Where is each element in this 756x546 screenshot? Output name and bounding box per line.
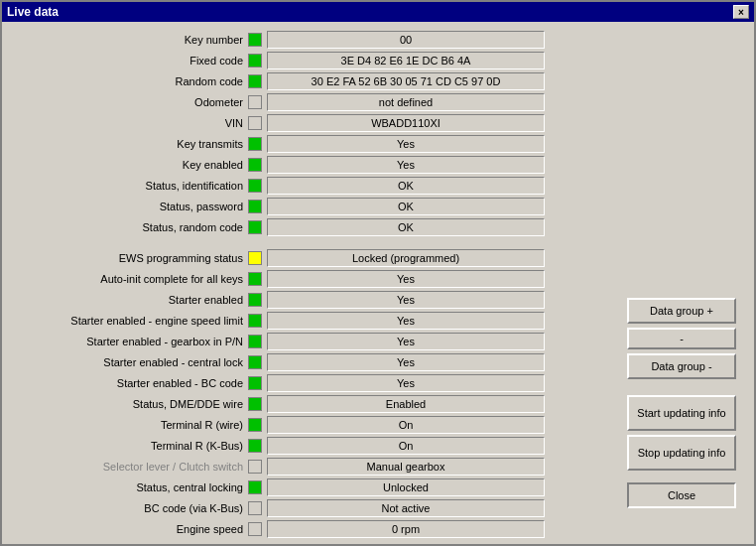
row-label: Status, random code: [10, 221, 248, 233]
status-indicator: [248, 355, 262, 369]
status-indicator: [248, 137, 262, 151]
status-indicator: [248, 251, 262, 265]
row-label: Random code: [10, 75, 248, 87]
row-value: Yes: [267, 135, 545, 153]
row-value: 00: [267, 31, 545, 49]
row-label: Fixed code: [10, 55, 248, 67]
table-row: Starter enabled - engine speed limitYes: [10, 311, 619, 331]
status-indicator: [248, 418, 262, 432]
row-value: OK: [267, 177, 545, 195]
row-label: Status, identification: [10, 180, 248, 192]
row-value: Yes: [267, 156, 545, 174]
status-indicator: [248, 158, 262, 172]
row-label: Starter enabled - BC code: [10, 377, 248, 389]
status-indicator: [248, 335, 262, 348]
row-label: Status, DME/DDE wire: [10, 398, 248, 410]
row-value: Yes: [267, 270, 545, 288]
table-row: VINWBADD110XI: [10, 113, 619, 133]
row-value: OK: [267, 198, 545, 215]
row-value: Unlocked: [267, 478, 545, 496]
row-value: Not active: [267, 499, 545, 517]
window-title: Live data: [7, 5, 59, 19]
row-label: Status, password: [10, 201, 248, 212]
close-icon[interactable]: ×: [733, 5, 749, 19]
row-label: EWS programming status: [10, 252, 248, 264]
stop-updating-button[interactable]: Stop updating info: [627, 435, 736, 471]
dash-button[interactable]: -: [627, 328, 736, 349]
data-group-plus-button[interactable]: Data group +: [627, 298, 736, 324]
status-indicator: [248, 501, 262, 515]
row-label: Key transmits: [10, 138, 248, 150]
sidebar: Data group + - Data group - Start updati…: [627, 30, 746, 540]
row-value: On: [267, 416, 545, 434]
close-button[interactable]: Close: [627, 482, 736, 508]
row-label: Odometer: [10, 96, 248, 108]
row-value: Yes: [267, 312, 545, 330]
status-indicator: [248, 272, 262, 286]
table-row: Starter enabledYes: [10, 290, 619, 310]
data-group-minus-button[interactable]: Data group -: [627, 353, 736, 379]
row-value: Yes: [267, 333, 545, 350]
table-row: Engine speed0 rpm: [10, 519, 619, 539]
row-value: WBADD110XI: [267, 114, 545, 132]
row-label: Auto-init complete for all keys: [10, 273, 248, 285]
table-row: Status, passwordOK: [10, 197, 619, 216]
row-label: Selector lever / Clutch switch: [10, 461, 248, 473]
table-row: Status, DME/DDE wireEnabled: [10, 394, 619, 414]
table-row: Selector lever / Clutch switchManual gea…: [10, 457, 619, 477]
table-row: Key number00: [10, 30, 619, 50]
status-indicator: [248, 480, 262, 494]
status-indicator: [248, 293, 262, 307]
row-label: VIN: [10, 117, 248, 129]
table-row: Status, identificationOK: [10, 176, 619, 196]
row-value: 3E D4 82 E6 1E DC B6 4A: [267, 52, 545, 69]
table-row: Status, central lockingUnlocked: [10, 478, 619, 497]
status-indicator: [248, 314, 262, 328]
row-value: Locked (programmed): [267, 249, 545, 267]
row-value: Enabled: [267, 395, 545, 413]
status-indicator: [248, 397, 262, 411]
status-indicator: [248, 460, 262, 474]
row-label: Key number: [10, 34, 248, 46]
status-indicator: [248, 33, 262, 47]
table-row: Fixed code3E D4 82 E6 1E DC B6 4A: [10, 51, 619, 70]
start-updating-button[interactable]: Start updating info: [627, 395, 736, 431]
table-row: Odometernot defined: [10, 92, 619, 112]
row-value: 30 E2 FA 52 6B 30 05 71 CD C5 97 0D: [267, 72, 545, 90]
table-row: Starter enabled - central lockYes: [10, 352, 619, 372]
status-indicator: [248, 116, 262, 130]
status-indicator: [248, 74, 262, 88]
table-row: Key transmitsYes: [10, 134, 619, 154]
status-indicator: [248, 522, 262, 536]
row-value: Yes: [267, 374, 545, 392]
title-bar: Live data ×: [2, 2, 754, 22]
row-value: Manual gearbox: [267, 458, 545, 476]
table-row: Status, random codeOK: [10, 217, 619, 237]
table-row: Starter enabled - gearbox in P/NYes: [10, 332, 619, 351]
status-indicator: [248, 179, 262, 193]
main-window: Live data × Key number00Fixed code3E D4 …: [0, 0, 756, 546]
row-label: Starter enabled: [10, 294, 248, 306]
status-indicator: [248, 220, 262, 234]
row-label: Starter enabled - engine speed limit: [10, 315, 248, 327]
row-label: BC code (via K-Bus): [10, 502, 248, 514]
status-indicator: [248, 200, 262, 213]
table-row: Auto-init complete for all keysYes: [10, 269, 619, 289]
row-value: not defined: [267, 93, 545, 111]
row-label: Key enabled: [10, 159, 248, 171]
row-value: On: [267, 437, 545, 455]
table-row: Terminal R (wire)On: [10, 415, 619, 435]
row-label: Status, central locking: [10, 481, 248, 493]
status-indicator: [248, 54, 262, 68]
table-row: Terminal R (K-Bus)On: [10, 436, 619, 456]
row-label: Terminal R (wire): [10, 419, 248, 431]
row-label: Terminal R (K-Bus): [10, 440, 248, 452]
main-area: Key number00Fixed code3E D4 82 E6 1E DC …: [10, 30, 619, 540]
row-label: Starter enabled - central lock: [10, 356, 248, 368]
row-label: Starter enabled - gearbox in P/N: [10, 336, 248, 347]
table-row: BC code (via K-Bus)Not active: [10, 498, 619, 518]
status-indicator: [248, 439, 262, 453]
row-value: Yes: [267, 353, 545, 371]
table-row: Random code30 E2 FA 52 6B 30 05 71 CD C5…: [10, 71, 619, 91]
table-row: EWS programming statusLocked (programmed…: [10, 248, 619, 268]
